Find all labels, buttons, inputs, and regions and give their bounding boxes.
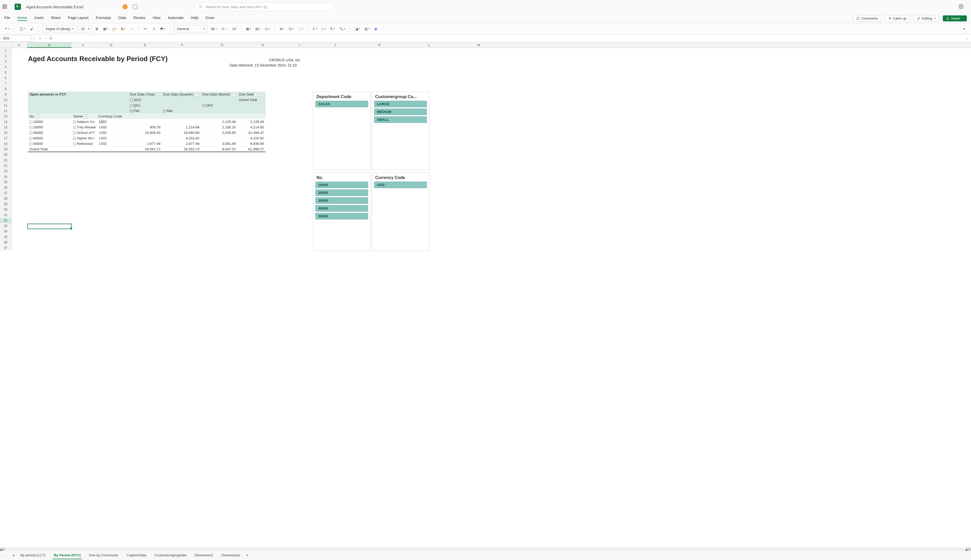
sheet-tab[interactable]: By Period (FCY) [53, 552, 82, 559]
align-button[interactable]: ≡ [142, 25, 148, 32]
document-title[interactable]: Aged Accounts Receivable Excel [26, 5, 83, 9]
row-header[interactable]: 9 [0, 92, 11, 97]
pivot-year-col[interactable]: Due Date (Year)▾ [128, 92, 162, 97]
cell-styles-button[interactable]: ◫ [264, 25, 271, 32]
row-header[interactable]: 6 [0, 75, 11, 81]
row-header[interactable]: 2 [0, 53, 11, 59]
ribbon-collapse-button[interactable]: ▾ [961, 25, 967, 32]
row-header[interactable]: 21 [0, 158, 11, 163]
app-launcher-icon[interactable] [3, 5, 7, 9]
sort-filter-button[interactable]: ⇅ [329, 25, 336, 32]
scroll-right-icon[interactable]: ▸ [966, 548, 971, 551]
column-header[interactable]: E [128, 42, 163, 48]
menu-tab-formulas[interactable]: Formulas [96, 16, 111, 21]
row-header[interactable]: 32 [0, 218, 11, 223]
slicer-item[interactable]: 20000 [315, 190, 368, 196]
row-header[interactable]: 25 [0, 180, 11, 185]
sheet-nav-prev-icon[interactable]: ‹ [3, 553, 4, 557]
column-header[interactable]: D [95, 42, 128, 48]
conditional-format-button[interactable]: ▦ [245, 25, 252, 32]
row-header[interactable]: 36 [0, 240, 11, 245]
slicer-item[interactable]: 10000 [315, 182, 368, 188]
pivot-due-date-col[interactable]: Due Date▾ [237, 92, 265, 97]
sheet-tab[interactable]: By period (LCY) [19, 552, 47, 559]
analyze-button[interactable]: ▥ [364, 25, 371, 32]
bold-button[interactable]: B [94, 25, 100, 32]
column-header[interactable]: H [242, 42, 283, 48]
row-header[interactable]: 4 [0, 65, 11, 70]
slicer-department[interactable]: Department Code SALES [313, 92, 370, 170]
sheet-tab[interactable]: CaptionData [125, 552, 147, 559]
sheet-nav-next-icon[interactable]: › [7, 553, 8, 557]
table-row[interactable]: −10000−Adatum CoUSD2,135.482,135.48 [28, 119, 265, 125]
slicer-currency[interactable]: Currency Code USD [372, 172, 429, 251]
column-header[interactable]: M [454, 42, 504, 48]
catch-up-button[interactable]: ✦ Catch up [885, 15, 910, 22]
number-format-select[interactable]: General▾ [174, 25, 208, 32]
row-header[interactable]: 29 [0, 202, 11, 207]
column-header[interactable]: I [283, 42, 316, 48]
column-header[interactable]: J [316, 42, 355, 48]
sheet-tab[interactable]: Due by Currencies [88, 552, 119, 559]
menu-tab-share[interactable]: Share [51, 16, 60, 21]
addins-button[interactable]: ◪ [354, 25, 361, 32]
row-header[interactable]: 1 [0, 48, 11, 53]
row-header[interactable]: 17 [0, 136, 11, 141]
find-button[interactable]: 🔍 [338, 25, 347, 32]
row-header[interactable]: 19 [0, 147, 11, 152]
spreadsheet-grid[interactable]: ABCDEFGHIJKLM 12345678910111213141516171… [0, 42, 971, 547]
row-header[interactable]: 11 [0, 103, 11, 108]
column-header[interactable]: B [27, 42, 72, 48]
sheet-tab[interactable]: Dimension2 [220, 552, 241, 559]
chevron-down-icon[interactable]: ▾ [83, 114, 88, 118]
row-header[interactable]: 22 [0, 163, 11, 168]
autosum-button[interactable]: Σ [312, 25, 318, 32]
share-button[interactable]: Share [943, 15, 967, 22]
row-header[interactable]: 20 [0, 152, 11, 158]
row-header[interactable]: 3 [0, 59, 11, 65]
merge-button[interactable]: ⬒ [159, 25, 166, 32]
wrap-text-button[interactable]: ↲ [151, 25, 157, 32]
row-header[interactable]: 30 [0, 207, 11, 212]
slicer-customergroup[interactable]: Customergroup Co... LARGEMEDIUMSMALL [372, 92, 429, 170]
more-font-button[interactable]: ⋯ [128, 25, 135, 32]
row-header[interactable]: 10 [0, 97, 11, 103]
slicer-item[interactable]: MEDIUM [374, 108, 427, 115]
table-row[interactable]: −40000−Alpine Ski IUSD4,316.924,316.92 [28, 135, 265, 141]
name-box[interactable]: B32▾ [1, 35, 35, 42]
row-header[interactable]: 23 [0, 168, 11, 174]
pivot-quarter-col[interactable]: Due Date (Quarter)▾ [162, 92, 201, 97]
table-row[interactable]: −50000−RelecloudUSD2,877.482,877.483,081… [28, 141, 265, 147]
editing-mode-button[interactable]: Editing [914, 15, 939, 22]
slicer-item[interactable]: SMALL [374, 117, 427, 123]
expand-icon[interactable]: + [202, 104, 205, 107]
paste-button[interactable]: 📋 [18, 25, 27, 32]
font-name-select[interactable]: Segoe UI (Body)▾ [43, 25, 77, 32]
expand-icon[interactable]: + [130, 110, 133, 112]
slicer-item[interactable]: 30000 [315, 197, 368, 204]
pivot-name-header[interactable]: Name [73, 114, 83, 118]
chevron-down-icon[interactable]: ▾ [194, 92, 199, 97]
row-header[interactable]: 12 [0, 108, 11, 114]
font-size-select[interactable]: 10▾ [78, 25, 92, 32]
row-header[interactable]: 34 [0, 229, 11, 234]
menu-tab-draw[interactable]: Draw [206, 16, 214, 21]
format-table-button[interactable]: ▤ [254, 25, 262, 32]
table-row[interactable]: −20000−Trey ResearUSD809.761,214.642,190… [28, 125, 265, 130]
format-cells-button[interactable]: ⬚ [297, 25, 304, 32]
add-sheet-button[interactable]: + [246, 553, 249, 558]
enter-formula-icon[interactable]: ✓ [44, 36, 47, 40]
decrease-decimal-button[interactable]: .00 [230, 25, 237, 32]
collapse-icon[interactable]: − [130, 98, 133, 102]
clear-button[interactable]: ◇ [320, 25, 327, 32]
presence-icon[interactable] [122, 4, 128, 9]
select-all-corner[interactable] [0, 42, 12, 48]
column-header[interactable]: A [12, 42, 27, 48]
slicer-item[interactable]: 50000 [315, 213, 368, 220]
menu-tab-help[interactable]: Help [191, 16, 199, 21]
increase-decimal-button[interactable]: .0→ [220, 25, 229, 32]
row-header[interactable]: 18 [0, 141, 11, 147]
sync-icon[interactable] [132, 4, 138, 9]
slicer-no[interactable]: No. 1000020000300004000050000 [313, 172, 370, 251]
row-header[interactable]: 24 [0, 174, 11, 180]
